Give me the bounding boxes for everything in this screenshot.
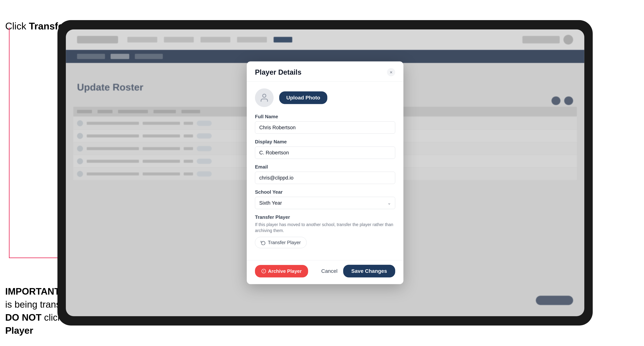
instruction-important: IMPORTANT (5, 286, 60, 297)
transfer-player-description: If this player has moved to another scho… (255, 222, 395, 233)
modal-close-button[interactable]: × (387, 68, 395, 76)
email-input[interactable] (255, 172, 395, 184)
modal-body: Upload Photo Full Name Display Name Emai… (247, 82, 404, 260)
transfer-player-label: Transfer Player (255, 214, 395, 220)
full-name-field: Full Name (255, 114, 395, 134)
modal-title: Player Details (255, 68, 302, 76)
modal-footer: Archive Player Cancel Save Changes (247, 260, 404, 284)
display-name-field: Display Name (255, 139, 395, 159)
upload-photo-button[interactable]: Upload Photo (279, 91, 327, 104)
save-changes-button[interactable]: Save Changes (343, 265, 395, 277)
avatar-section: Upload Photo (255, 88, 395, 107)
player-details-modal: Player Details × Upload Photo (247, 61, 404, 284)
person-icon (260, 93, 269, 103)
tablet-screen: Update Roster (66, 29, 584, 316)
school-year-select[interactable]: First Year Second Year Third Year Fourth… (255, 197, 395, 209)
modal-header: Player Details × (247, 61, 404, 82)
footer-right: Cancel Save Changes (318, 265, 395, 277)
warning-icon (261, 269, 266, 274)
avatar-circle (255, 88, 274, 107)
archive-player-label: Archive Player (268, 268, 302, 274)
transfer-player-button-label: Transfer Player (268, 240, 301, 245)
email-field: Email (255, 164, 395, 184)
display-name-label: Display Name (255, 139, 395, 145)
school-year-label: School Year (255, 189, 395, 195)
tablet-frame: Update Roster (58, 20, 593, 326)
school-year-select-wrapper: First Year Second Year Third Year Fourth… (255, 197, 395, 209)
email-label: Email (255, 164, 395, 170)
refresh-icon (261, 240, 266, 245)
transfer-player-section: Transfer Player If this player has moved… (255, 214, 395, 248)
annotation-vertical-line (9, 27, 10, 258)
transfer-player-button[interactable]: Transfer Player (255, 237, 306, 248)
full-name-input[interactable] (255, 121, 395, 134)
instruction-do-not: DO NOT (5, 312, 42, 323)
cancel-button[interactable]: Cancel (318, 265, 341, 277)
school-year-field: School Year First Year Second Year Third… (255, 189, 395, 209)
archive-player-button[interactable]: Archive Player (255, 265, 308, 277)
display-name-input[interactable] (255, 147, 395, 159)
full-name-label: Full Name (255, 114, 395, 120)
svg-point-0 (262, 94, 266, 97)
